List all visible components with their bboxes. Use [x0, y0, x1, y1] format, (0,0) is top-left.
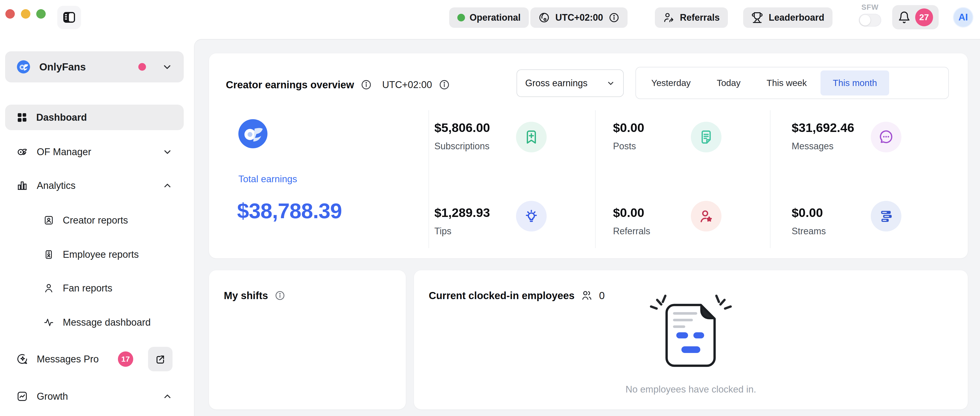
metric-select-value: Gross earnings — [525, 78, 587, 89]
stat-value: $0.00 — [613, 205, 650, 220]
lightbulb-icon — [523, 208, 539, 224]
my-shifts-card: My shifts — [209, 270, 406, 410]
column-divider — [595, 110, 596, 248]
badge-id-icon — [43, 249, 54, 260]
chevron-up-icon — [162, 391, 172, 402]
activity-pulse-icon — [43, 317, 54, 328]
metric-select-dropdown[interactable]: Gross earnings — [517, 69, 624, 97]
referrals-button[interactable]: Referrals — [655, 7, 728, 28]
avatar-initials: AI — [959, 12, 968, 23]
stat-label: Subscriptions — [434, 140, 490, 152]
sidebar-item-label: Growth — [37, 391, 68, 402]
minimize-window-button[interactable] — [21, 9, 30, 19]
status-label: Operational — [469, 12, 520, 23]
bookmark-plus-icon — [523, 129, 539, 145]
referrals-icon-circle — [691, 201, 721, 231]
subscriptions-icon-circle — [516, 122, 547, 152]
onlyfans-logo-icon — [16, 60, 30, 74]
sidebar-item-growth[interactable]: Growth — [5, 384, 184, 409]
earnings-card-header: Creator earnings overview UTC+02:00 — [226, 76, 450, 94]
info-icon[interactable] — [439, 79, 450, 90]
tab-today[interactable]: Today — [704, 70, 752, 96]
notifications-button[interactable]: 27 — [892, 5, 939, 29]
stat-value: $0.00 — [613, 120, 644, 135]
referral-user-icon — [663, 12, 674, 23]
sidebar-item-analytics[interactable]: Analytics — [5, 173, 184, 198]
empty-state-illustration — [648, 294, 734, 375]
stat-label: Messages — [792, 140, 854, 152]
clocked-in-card-header: Current clocked-in employees 0 — [429, 287, 605, 304]
bar-chart-icon — [16, 180, 28, 191]
sidebar-item-employee-reports[interactable]: Employee reports — [5, 243, 184, 266]
column-divider — [428, 110, 429, 248]
stat-label: Tips — [434, 226, 490, 237]
messages-pro-external-link-button[interactable] — [148, 347, 172, 371]
stat-value: $0.00 — [792, 205, 826, 220]
sidebar-item-dashboard[interactable]: Dashboard — [5, 105, 184, 130]
bell-icon — [898, 11, 911, 24]
sidebar-item-messages-pro[interactable]: Messages Pro 17 — [5, 345, 184, 373]
posts-icon-circle — [691, 122, 721, 152]
stat-subscriptions: $5,806.00 Subscriptions — [434, 120, 490, 152]
document-lines-icon — [698, 129, 714, 145]
system-status-badge[interactable]: Operational — [449, 7, 529, 28]
info-icon[interactable] — [275, 290, 285, 301]
info-icon[interactable] — [361, 79, 372, 90]
users-icon — [581, 290, 592, 301]
onlyfans-brand-avatar — [239, 119, 267, 148]
sfw-toggle[interactable] — [859, 14, 881, 27]
sidebar-item-label: Dashboard — [36, 112, 87, 123]
clocked-in-card-title: Current clocked-in employees — [429, 290, 574, 301]
tab-this-month[interactable]: This month — [821, 70, 889, 96]
stat-streams: $0.00 Streams — [792, 205, 826, 237]
sidebar-item-fan-reports[interactable]: Fan reports — [5, 276, 184, 300]
notification-count-badge: 27 — [915, 8, 933, 26]
trophy-icon — [751, 12, 763, 24]
sidebar-item-label: Employee reports — [63, 249, 139, 260]
stat-posts: $0.00 Posts — [613, 120, 644, 152]
tab-yesterday[interactable]: Yesterday — [639, 70, 703, 96]
external-link-icon — [155, 354, 166, 365]
sfw-label: SFW — [861, 3, 878, 11]
id-card-icon — [43, 215, 54, 226]
workspace-switcher[interactable]: OnlyFans — [5, 51, 184, 83]
maximize-window-button[interactable] — [36, 9, 46, 19]
chevron-down-icon — [162, 62, 172, 72]
user-icon — [43, 283, 54, 293]
close-window-button[interactable] — [5, 9, 15, 19]
of-manager-icon — [16, 146, 28, 158]
chevron-up-icon — [162, 180, 172, 191]
info-icon — [609, 12, 619, 23]
streams-bars-icon — [878, 208, 894, 224]
status-dot-icon — [457, 14, 465, 21]
user-avatar[interactable]: AI — [953, 7, 974, 27]
workspace-status-dot — [138, 63, 146, 71]
leaderboard-button[interactable]: Leaderboard — [743, 7, 832, 28]
chat-dots-icon — [878, 129, 894, 145]
sidebar-item-label: OF Manager — [37, 147, 91, 158]
chevron-down-icon — [606, 79, 615, 88]
stat-label: Posts — [613, 140, 644, 152]
earnings-card-title: Creator earnings overview — [226, 79, 354, 91]
app-window: Operational UTC+02:00 Referrals Leaderbo… — [0, 0, 980, 416]
leaderboard-label: Leaderboard — [769, 12, 824, 23]
messages-pro-count-badge: 17 — [118, 351, 133, 367]
sidebar-item-label: Messages Pro — [37, 354, 99, 365]
tab-this-week[interactable]: This week — [754, 70, 819, 96]
sidebar-item-of-manager[interactable]: OF Manager — [5, 140, 184, 164]
sidebar-item-message-dashboard[interactable]: Message dashboard — [5, 311, 184, 334]
globe-icon — [538, 12, 550, 23]
stat-value: $31,692.46 — [792, 120, 854, 135]
messages-icon-circle — [871, 122, 901, 152]
stat-referrals: $0.00 Referrals — [613, 205, 650, 237]
chevron-down-icon — [162, 147, 172, 157]
sidebar-toggle-button[interactable] — [57, 6, 81, 29]
timezone-button[interactable]: UTC+02:00 — [530, 7, 628, 28]
sfw-toggle-group: SFW — [858, 3, 882, 27]
workspace-name: OnlyFans — [39, 61, 86, 73]
period-tab-group: Yesterday Today This week This month — [635, 67, 949, 99]
sidebar-item-creator-reports[interactable]: Creator reports — [5, 209, 184, 232]
stat-label: Streams — [792, 226, 826, 237]
column-divider — [770, 110, 770, 248]
grid-icon — [16, 112, 27, 123]
